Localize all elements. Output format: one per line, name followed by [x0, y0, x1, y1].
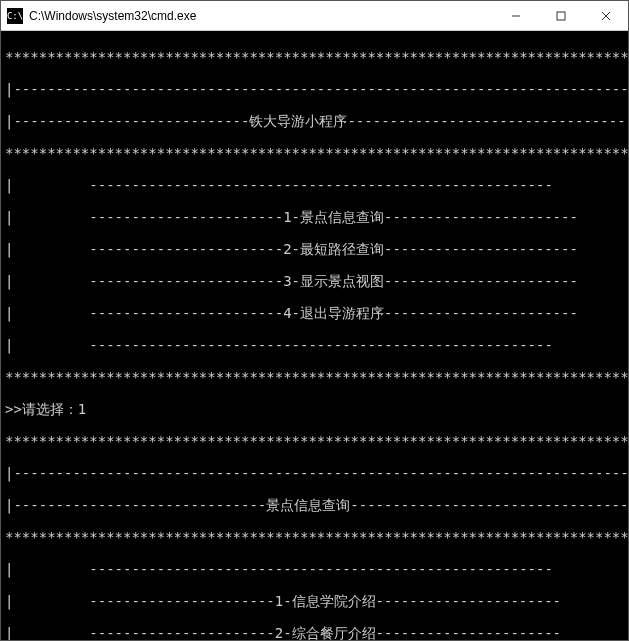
minimize-button[interactable]	[493, 1, 538, 31]
header-box-top: |---------------------------------------…	[5, 81, 624, 97]
menu1-item-2: | -----------------------2-最短路径查询-------…	[5, 241, 624, 257]
maximize-icon	[556, 11, 566, 21]
window-title: C:\Windows\system32\cmd.exe	[29, 9, 493, 23]
menu2-item-2: | ----------------------2-综合餐厅介绍--------…	[5, 625, 624, 640]
minimize-icon	[511, 11, 521, 21]
menu1-top: | --------------------------------------…	[5, 177, 624, 193]
divider-stars: ****************************************…	[5, 529, 624, 545]
divider-stars: ****************************************…	[5, 49, 624, 65]
divider-stars: ****************************************…	[5, 369, 624, 385]
box2-top: |---------------------------------------…	[5, 465, 624, 481]
menu1-bottom: | --------------------------------------…	[5, 337, 624, 353]
divider-stars: ****************************************…	[5, 433, 624, 449]
console-output: ****************************************…	[1, 31, 628, 640]
box2-title: |------------------------------景点信息查询---…	[5, 497, 624, 513]
prompt-select-label: >>请选择：	[5, 401, 78, 417]
maximize-button[interactable]	[538, 1, 583, 31]
menu1-item-4: | -----------------------4-退出导游程序-------…	[5, 305, 624, 321]
menu2-top: | --------------------------------------…	[5, 561, 624, 577]
close-button[interactable]	[583, 1, 628, 31]
svg-rect-1	[557, 12, 565, 20]
prompt-select-value: 1	[78, 401, 86, 417]
divider-stars: ****************************************…	[5, 145, 624, 161]
app-icon: C:\	[7, 8, 23, 24]
menu2-item-1: | ----------------------1-信息学院介绍--------…	[5, 593, 624, 609]
prompt-select[interactable]: >>请选择：1	[5, 401, 624, 417]
title-bar: C:\ C:\Windows\system32\cmd.exe	[1, 1, 628, 31]
menu1-item-1: | -----------------------1-景点信息查询-------…	[5, 209, 624, 225]
menu1-item-3: | -----------------------3-显示景点视图-------…	[5, 273, 624, 289]
header-box-title: |----------------------------铁大导游小程序----…	[5, 113, 624, 129]
close-icon	[601, 11, 611, 21]
